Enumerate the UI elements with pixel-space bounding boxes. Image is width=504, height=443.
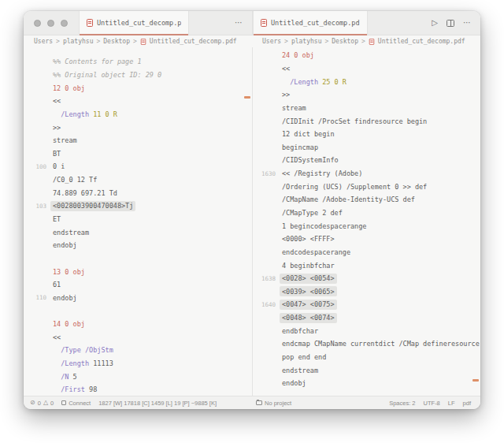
code-line[interactable]: 1000 i (24, 160, 252, 173)
code-line[interactable]: /CIDInit /ProcSet findresource begin (253, 114, 480, 128)
editor-pane-right[interactable]: 24 0 obj<< /Length 25 0 R>>stream/CIDIni… (252, 47, 480, 396)
code-line[interactable]: 61 (24, 278, 252, 292)
line-number: 1640 (253, 301, 282, 308)
code-line[interactable]: pop end end (253, 351, 480, 364)
code-line[interactable] (24, 304, 252, 318)
code-text: 12 0 obj (53, 84, 85, 92)
code-line[interactable]: 24 0 obj (253, 49, 480, 62)
code-line[interactable]: >> (253, 88, 480, 102)
more-actions-icon[interactable]: ⋯ (235, 19, 243, 27)
code-area[interactable]: 24 0 obj<< /Length 25 0 R>>stream/CIDIni… (253, 47, 480, 390)
code-line[interactable]: 14 0 obj (24, 318, 252, 331)
code-line[interactable]: 74.889 697.21 Td (24, 186, 252, 199)
code-line[interactable]: 4 beginbfchar (253, 259, 480, 272)
code-line[interactable]: /First 98 (24, 383, 252, 396)
code-text: /CMapName /Adobe-Identity-UCS def (282, 195, 415, 203)
code-line[interactable]: /C0_0 12 Tf (24, 173, 252, 187)
breadcrumb-item[interactable]: Users (34, 38, 53, 45)
split-editor-icon[interactable] (447, 20, 454, 27)
breadcrumb-item[interactable]: platyhsu (63, 38, 94, 45)
code-line[interactable]: endobj (24, 239, 252, 252)
breadcrumb-file[interactable]: Untitled_cut_decomp.pdf (150, 38, 237, 45)
code-line[interactable]: /Length 11113 (24, 357, 252, 370)
code-line[interactable]: %% Contents for page 1 (24, 55, 252, 69)
code-text: endobj (53, 241, 77, 249)
code-line[interactable]: begincmap (253, 140, 480, 154)
code-line[interactable]: 13 0 obj (24, 265, 252, 278)
tab-bar: Untitled_cut_decomp.p ⋯ Untitled_cut_dec… (24, 11, 480, 35)
code-line[interactable]: 1638<0028> <0054> (253, 272, 480, 285)
code-line[interactable]: endstream (253, 363, 480, 377)
word-count-stats[interactable]: 1827 [W] 17818 [C] 1459 [L] 19 [P] ~9885… (98, 400, 217, 407)
code-line[interactable]: 12 0 obj (24, 81, 252, 95)
code-line[interactable]: endstream (24, 225, 252, 239)
code-line[interactable]: /CMapName /Adobe-Identity-UCS def (253, 193, 480, 207)
code-line[interactable]: endcodespacerange (253, 246, 480, 259)
code-line[interactable]: << (253, 62, 480, 76)
breadcrumb-item[interactable]: Users (262, 38, 281, 45)
code-line[interactable]: 110endobj (24, 292, 252, 305)
editor-group: %% Contents for page 1%% Original object… (24, 47, 480, 396)
code-line[interactable]: /Length 25 0 R (253, 75, 480, 88)
error-count: 0 (38, 400, 41, 407)
pdf-file-icon (369, 39, 374, 45)
code-line[interactable]: BT (24, 147, 252, 160)
encoding-indicator[interactable]: UTF-8 (424, 400, 440, 407)
code-line[interactable]: stream (253, 102, 480, 115)
language-mode-indicator[interactable]: pdf (463, 400, 471, 407)
code-text: /Length 11 0 R (53, 110, 117, 118)
tab-right-file[interactable]: Untitled_cut_decomp.pd (253, 11, 368, 35)
minimize-window-button[interactable] (47, 20, 54, 27)
highlighted-code-text: <0048> <0074> (280, 313, 337, 323)
problems-indicator[interactable]: ⊘ 0 △ 0 (30, 400, 54, 407)
code-text: 61 (53, 281, 61, 289)
code-line[interactable]: 1630<< /Registry (Adobe) (253, 167, 480, 181)
code-line[interactable]: 12 dict begin (253, 128, 480, 141)
close-window-button[interactable] (34, 20, 41, 27)
code-line[interactable]: /CIDSystemInfo (253, 154, 480, 167)
run-preview-icon[interactable]: ▷ (432, 19, 438, 27)
breadcrumb-item[interactable]: Desktop (103, 38, 130, 45)
project-indicator[interactable]: No project (256, 400, 291, 407)
breadcrumb-item[interactable]: platyhsu (291, 38, 322, 45)
folder-icon (256, 400, 262, 405)
code-line[interactable]: endbfchar (253, 324, 480, 337)
editor-pane-left[interactable]: %% Contents for page 1%% Original object… (24, 47, 252, 396)
eol-indicator[interactable]: LF (448, 400, 455, 407)
code-line[interactable]: endobj (253, 377, 480, 390)
project-label: No project (265, 400, 291, 407)
code-line[interactable]: /Ordering (UCS) /Supplement 0 >> def (253, 180, 480, 193)
code-line[interactable] (24, 252, 252, 266)
code-line[interactable]: >> (24, 121, 252, 134)
tab-label: Untitled_cut_decomp.pd (271, 19, 360, 27)
code-line[interactable]: <0039> <0065> (253, 285, 480, 299)
code-line[interactable]: << (24, 330, 252, 344)
code-line[interactable]: endcmap CMapName currentdict /CMap defin… (253, 337, 480, 351)
status-bar-right: No project Spaces: 2 UTF-8 LF pdf (252, 400, 480, 407)
code-line[interactable]: %% Original object ID: 29 0 (24, 69, 252, 82)
pdf-file-icon (261, 19, 267, 27)
more-actions-icon[interactable]: ⋯ (463, 19, 471, 27)
code-line[interactable]: 1 begincodespacerange (253, 219, 480, 233)
code-line[interactable]: /Type /ObjStm (24, 344, 252, 357)
tab-left-file[interactable]: Untitled_cut_decomp.p (79, 11, 189, 35)
tabbar-spacer (368, 11, 432, 35)
code-line[interactable]: << (24, 95, 252, 108)
code-line[interactable]: stream (24, 134, 252, 147)
zoom-window-button[interactable] (61, 20, 68, 27)
code-line[interactable]: /N 5 (24, 370, 252, 383)
code-line[interactable]: 103<0028003900470048>Tj (24, 199, 252, 213)
code-line[interactable]: <0048> <0074> (253, 311, 480, 325)
code-line[interactable]: /Length 11 0 R (24, 108, 252, 121)
connect-button[interactable]: Connect (61, 400, 91, 407)
breadcrumb-file[interactable]: Untitled_cut_decomp.pdf (378, 38, 465, 45)
code-area[interactable]: %% Contents for page 1%% Original object… (24, 47, 252, 396)
code-text: %% Original object ID: 29 0 (53, 71, 161, 79)
code-line[interactable]: <0000> <FFFF> (253, 233, 480, 246)
code-line[interactable]: /CMapType 2 def (253, 207, 480, 220)
code-line[interactable]: ET (24, 213, 252, 226)
code-text: endobj (282, 379, 306, 387)
code-line[interactable]: 1640<0047> <0075> (253, 298, 480, 311)
breadcrumb-item[interactable]: Desktop (332, 38, 358, 45)
indent-indicator[interactable]: Spaces: 2 (389, 400, 415, 407)
